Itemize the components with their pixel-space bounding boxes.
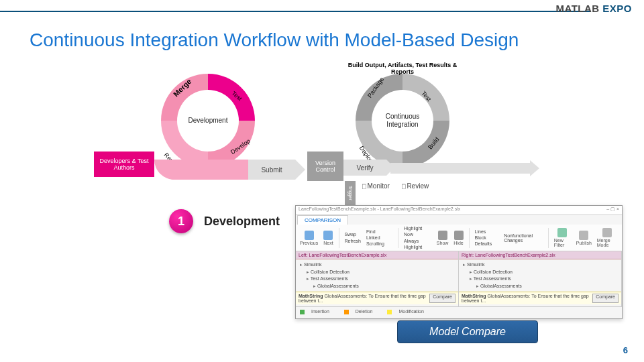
submit-arrow: Submit: [248, 160, 295, 180]
tree-item[interactable]: Collision Detection: [307, 269, 454, 276]
swap-refresh-group: Swap Refresh: [344, 231, 361, 243]
toolbar: Previous Next Swap Refresh Find Linked S…: [296, 225, 622, 251]
pink-connector: [154, 160, 248, 180]
tree-item[interactable]: Collision Detection: [470, 269, 617, 276]
linked-scrolling-toggle[interactable]: Linked Scrolling: [366, 235, 392, 247]
review-label: Review: [402, 182, 429, 190]
next-button[interactable]: Next: [323, 231, 333, 245]
page-number: 6: [623, 345, 628, 355]
highlight-group: Highlight Now Always Highlight: [404, 225, 431, 249]
caption-pill: Model Compare: [397, 320, 538, 343]
compare-button[interactable]: Compare: [592, 294, 619, 303]
left-pane-header: Left: LaneFollowingTestBenchExample.slx: [296, 251, 458, 259]
right-compare-row: MathString GlobalAssessments: To Ensure …: [459, 292, 621, 304]
monitor-review-row: Monitor Review: [362, 182, 429, 190]
right-pane-header: Right: LaneFollowingTestBenchExample2.sl…: [459, 251, 621, 259]
window-titlebar: LaneFollowingTestBenchExample.slx - Lane…: [296, 206, 622, 215]
block-defaults-filter[interactable]: Block Defaults: [475, 235, 499, 247]
previous-button[interactable]: Previous: [300, 231, 318, 245]
filter-icon: [557, 228, 567, 237]
tree-root[interactable]: Simulink: [300, 261, 454, 269]
right-tree: Simulink Collision Detection Test Assess…: [459, 259, 621, 292]
eye-off-icon: [454, 231, 464, 240]
trigger-arrow: Trigger: [345, 181, 356, 205]
nonfunctional-filter[interactable]: Nonfunctional Changes: [504, 233, 543, 243]
workflow-diagram: Development Merge Test Develop Review Co…: [141, 66, 530, 206]
row-label: MathString: [299, 294, 323, 298]
step-title: Development: [204, 215, 280, 229]
swap-button[interactable]: Swap: [344, 231, 361, 237]
tree-item[interactable]: Test Assessments: [307, 276, 454, 283]
lines-filter[interactable]: Lines: [475, 229, 499, 235]
tab-comparison[interactable]: COMPARISON: [297, 215, 348, 225]
merge-mode-button[interactable]: Merge Mode: [597, 228, 618, 247]
separator: [339, 228, 339, 248]
brand-expo: EXPO: [602, 3, 632, 14]
tree-item[interactable]: Test Assessments: [470, 276, 617, 283]
separator: [548, 228, 549, 248]
publish-icon: [579, 231, 588, 240]
page-title: Continuous Integration Workflow with Mod…: [30, 29, 519, 51]
submit-label: Submit: [261, 166, 282, 174]
always-highlight-toggle[interactable]: Always Highlight: [404, 238, 431, 250]
left-tree: Simulink Collision Detection Test Assess…: [296, 259, 458, 292]
window-title: LaneFollowingTestBenchExample.slx - Lane…: [299, 206, 460, 214]
tree-item[interactable]: GlobalAssessments: [313, 283, 454, 290]
find-linked-group: Find Linked Scrolling: [366, 229, 392, 247]
window-controls: – ▢ ×: [606, 206, 619, 214]
separator: [398, 228, 398, 248]
compare-panes: Left: LaneFollowingTestBenchExample.slx …: [296, 251, 622, 306]
developers-box: Developers & Test Authors: [94, 152, 154, 177]
tree-root[interactable]: Simulink: [463, 261, 617, 269]
publish-button[interactable]: Publish: [576, 231, 592, 245]
verify-label: Verify: [356, 164, 373, 172]
eye-icon: [438, 231, 447, 240]
left-compare-row: MathString GlobalAssessments: To Ensure …: [296, 292, 458, 304]
new-filter-button[interactable]: New Filter: [554, 228, 571, 247]
row-label: MathString: [462, 294, 486, 298]
arrow-left-icon: [305, 231, 314, 240]
output-arrow: [390, 163, 531, 174]
ci-cycle-label: Continuous Integration: [372, 113, 433, 129]
highlight-now-button[interactable]: Highlight Now: [404, 225, 431, 237]
verify-arrow: Verify: [343, 160, 386, 176]
monitor-label: Monitor: [362, 182, 390, 190]
legend: Insertion Deletion Modification: [296, 306, 622, 316]
version-control-box: Version Control: [307, 152, 343, 181]
brand-logo: MATLAB EXPO: [555, 3, 632, 14]
merge-icon: [602, 228, 612, 237]
step-number-badge: 1: [169, 209, 193, 233]
header-rule: [0, 11, 590, 12]
filter-lines-group: Lines Block Defaults: [475, 229, 499, 247]
brand-matlab: MATLAB: [555, 3, 602, 14]
legend-deletion: Deletion: [344, 309, 380, 314]
step-row: 1 Development: [169, 209, 280, 233]
refresh-button[interactable]: Refresh: [344, 238, 361, 244]
development-cycle-label: Development: [180, 117, 236, 124]
legend-modification: Modification: [387, 309, 430, 314]
right-pane: Right: LaneFollowingTestBenchExample2.sl…: [459, 251, 622, 306]
show-button[interactable]: Show: [437, 231, 449, 245]
arc-label: Build Output, Artifacts, Test Results & …: [342, 62, 463, 75]
separator: [469, 228, 470, 248]
model-compare-screenshot: LaneFollowingTestBenchExample.slx - Lane…: [295, 205, 623, 319]
hide-button[interactable]: Hide: [453, 231, 463, 245]
compare-button[interactable]: Compare: [429, 294, 455, 303]
find-button[interactable]: Find: [366, 229, 392, 235]
tree-item[interactable]: GlobalAssessments: [476, 283, 617, 290]
left-pane: Left: LaneFollowingTestBenchExample.slx …: [296, 251, 459, 306]
legend-insertion: Insertion: [300, 309, 336, 314]
arrow-right-icon: [323, 231, 333, 240]
